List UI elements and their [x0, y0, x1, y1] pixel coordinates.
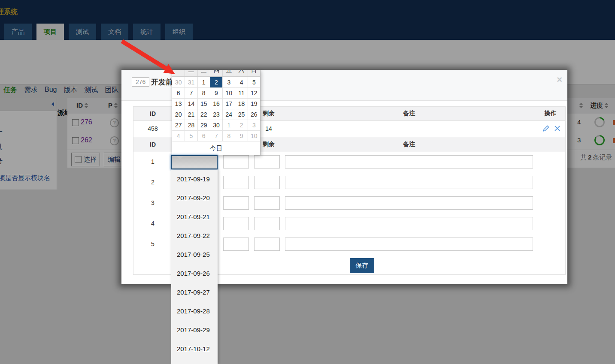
calendar-day[interactable]: 5	[248, 77, 260, 87]
note-input[interactable]	[285, 238, 533, 251]
note-input[interactable]	[285, 176, 533, 189]
save-button[interactable]: 保存	[350, 258, 374, 273]
weekday-label: 三	[197, 70, 210, 76]
calendar-day[interactable]: 19	[248, 98, 260, 109]
estimate-row-number: 3	[133, 193, 172, 213]
calendar-day[interactable]: 15	[197, 98, 210, 109]
note-input[interactable]	[285, 196, 533, 210]
date-option[interactable]: 2017-09-19	[171, 170, 218, 189]
date-option[interactable]: 2017-09-28	[171, 302, 218, 321]
dialog-title: 开发前	[151, 77, 173, 87]
calendar-day[interactable]: 23	[210, 109, 222, 120]
calendar-day[interactable]: 1	[197, 77, 210, 87]
calendar-day[interactable]: 30	[172, 77, 185, 87]
date-option[interactable]: 2017-09-27	[171, 283, 218, 302]
calendar-grid: 3031123456789101112131415161718192021222…	[172, 77, 260, 141]
calendar-day[interactable]: 2	[235, 120, 247, 130]
estimate-input[interactable]	[223, 196, 249, 210]
calendar-day[interactable]: 4	[235, 77, 247, 87]
date-dropdown-list: 2017-09-192017-09-202017-09-212017-09-22…	[171, 170, 218, 364]
calendar-day[interactable]: 6	[172, 87, 185, 98]
calendar-day[interactable]: 4	[172, 130, 185, 141]
calendar-day[interactable]: 12	[248, 87, 260, 98]
estimate-input[interactable]	[223, 176, 249, 189]
close-icon[interactable]: ×	[557, 75, 562, 84]
calendar-today-button[interactable]: 今日	[172, 141, 260, 155]
calendar-day[interactable]: 18	[235, 98, 247, 109]
estimate-row-number: 4	[133, 213, 172, 234]
calendar-day[interactable]: 8	[222, 130, 235, 141]
calendar-day[interactable]: 16	[210, 98, 222, 109]
calendar-day[interactable]: 3	[222, 77, 235, 87]
calendar-day[interactable]: 11	[235, 87, 247, 98]
left-input[interactable]	[254, 238, 280, 251]
calendar-day[interactable]: 14	[185, 98, 197, 109]
estimate-input[interactable]	[223, 217, 249, 230]
estimate-row-number: 5	[133, 234, 172, 254]
estimate-row-number: 2	[133, 172, 172, 193]
date-option[interactable]: 2017-10-12	[171, 340, 218, 358]
calendar-day[interactable]: 27	[172, 120, 185, 130]
record-id: 458	[133, 120, 172, 137]
calendar-day[interactable]: 6	[197, 130, 210, 141]
calendar-day[interactable]: 17	[222, 98, 235, 109]
calendar-day[interactable]: 28	[185, 120, 197, 130]
estimate-row-number: 1	[133, 151, 172, 172]
calendar-day[interactable]: 13	[172, 98, 185, 109]
date-option[interactable]: 2017-09-26	[171, 264, 218, 283]
header-id: ID	[133, 107, 172, 120]
note-input[interactable]	[285, 217, 533, 230]
calendar-day[interactable]: 21	[185, 109, 197, 120]
date-option[interactable]: 2017-09-22	[171, 226, 218, 245]
date-select[interactable]	[171, 155, 218, 169]
delete-record-icon[interactable]	[554, 125, 561, 132]
date-option[interactable]: 2017-09-21	[171, 208, 218, 226]
calendar-day[interactable]: 5	[185, 130, 197, 141]
header-action: 操作	[535, 107, 566, 120]
weekday-label: 一	[172, 70, 185, 76]
calendar-day[interactable]: 10	[222, 87, 235, 98]
estimate-input[interactable]	[223, 238, 249, 251]
calendar-day[interactable]: 2	[210, 77, 222, 87]
calendar-day[interactable]: 9	[235, 130, 247, 141]
calendar-day[interactable]: 25	[235, 109, 247, 120]
task-id-badge: 276	[132, 77, 149, 87]
estimate-input[interactable]	[223, 155, 249, 168]
weekday-label: 日	[248, 70, 260, 76]
date-option[interactable]: 2017-09-29	[171, 321, 218, 340]
calendar-day[interactable]: 9	[210, 87, 222, 98]
calendar-weekday-row: 一二三四五六日	[172, 70, 260, 77]
left-input[interactable]	[254, 155, 280, 168]
date-option[interactable]: 2017-09-20	[171, 189, 218, 208]
calendar-day[interactable]: 20	[172, 109, 185, 120]
left-input[interactable]	[254, 196, 280, 210]
calendar-day[interactable]: 29	[197, 120, 210, 130]
chevron-down-icon	[177, 156, 183, 160]
calendar-day[interactable]: 24	[222, 109, 235, 120]
header-id: ID	[133, 137, 172, 152]
calendar-day[interactable]: 1	[222, 120, 235, 130]
left-input[interactable]	[254, 217, 280, 230]
calendar-day[interactable]: 10	[248, 130, 260, 141]
calendar-day[interactable]: 31	[185, 77, 197, 87]
weekday-label: 六	[235, 70, 247, 76]
datepicker-calendar: 一二三四五六日 30311234567891011121314151617181…	[172, 70, 261, 155]
calendar-day[interactable]: 3	[248, 120, 260, 130]
weekday-label: 二	[185, 70, 197, 76]
calendar-day[interactable]: 8	[197, 87, 210, 98]
header-note: 备注	[284, 137, 535, 152]
calendar-day[interactable]: 30	[210, 120, 222, 130]
date-option[interactable]: 2017-09-25	[171, 245, 218, 264]
calendar-day[interactable]: 22	[197, 109, 210, 120]
note-input[interactable]	[285, 155, 533, 168]
page: 理系统 产品项目测试文档统计组织 任务需求Bug版本测试团队动态文档概况 未关闭…	[0, 0, 615, 364]
calendar-day[interactable]: 26	[248, 109, 260, 120]
calendar-day[interactable]: 7	[185, 87, 197, 98]
weekday-label: 四	[210, 70, 222, 76]
edit-record-icon[interactable]	[542, 125, 550, 132]
left-input[interactable]	[254, 176, 280, 189]
header-note: 备注	[284, 107, 535, 120]
weekday-label: 五	[222, 70, 235, 76]
calendar-day[interactable]: 7	[210, 130, 222, 141]
